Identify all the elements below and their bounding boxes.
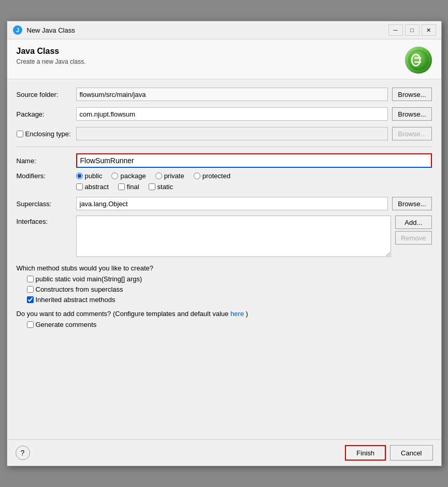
generate-comments-checkbox[interactable] [27,321,34,328]
enclosing-type-row: Enclosing type: Browse... [17,127,432,140]
modifier-protected-label: protected [203,172,230,180]
minimize-button[interactable]: ─ [388,24,403,36]
modifiers-label: Modifiers: [17,172,76,180]
superclass-input[interactable] [76,197,388,210]
maximize-button[interactable]: □ [405,24,420,36]
dialog-icon: J [12,25,23,35]
name-label: Name: [17,157,76,165]
modifier-final-checkbox[interactable] [118,183,125,190]
modifier-package-label: package [120,172,146,180]
superclass-row: Superclass: Browse... [17,197,432,210]
stub-inherited-option[interactable]: Inherited abstract methods [27,296,432,304]
enclosing-type-checkbox[interactable] [17,131,23,137]
modifier-final-label: final [127,183,139,191]
modifiers-row-2: abstract final static [76,183,432,191]
enclosing-type-input[interactable] [76,127,388,140]
stub-constructors-checkbox[interactable] [27,286,34,293]
dialog-title: New Java Class [27,26,384,34]
interfaces-row: Interfaces: Add... Remove [17,216,432,257]
stub-constructors-option[interactable]: Constructors from superclass [27,285,432,293]
header-section: Java Class Create a new Java class. [7,39,441,79]
finish-button[interactable]: Finish [345,445,386,461]
dialog-footer: ? Finish Cancel [7,439,441,466]
window-controls: ─ □ ✕ [388,24,436,36]
modifier-static-checkbox[interactable] [149,183,155,190]
svg-text:J: J [16,27,19,33]
generate-comments-label: Generate comments [36,321,97,328]
modifier-package-radio[interactable] [111,173,118,179]
title-bar: J New Java Class ─ □ ✕ [7,21,441,39]
name-input[interactable] [76,153,432,168]
modifier-public-radio[interactable] [76,173,83,179]
separator-1 [17,147,432,147]
modifiers-row: Modifiers: public package private protec… [17,172,432,180]
source-folder-browse-button[interactable]: Browse... [392,88,431,101]
modifier-protected-radio[interactable] [194,173,200,179]
modifier-static-option[interactable]: static [149,183,173,191]
comments-question: Do you want to add comments? (Configure … [17,310,432,318]
superclass-label: Superclass: [17,200,76,208]
interfaces-buttons: Add... Remove [395,216,431,245]
modifier-abstract-checkbox[interactable] [76,183,83,190]
package-row: Package: Browse... [17,107,432,121]
help-button[interactable]: ? [16,446,30,460]
modifier-static-label: static [157,183,173,191]
enclosing-type-browse-button: Browse... [392,127,431,140]
stubs-question: Which method stubs would you like to cre… [17,264,432,272]
modifier-protected-option[interactable]: protected [194,172,230,180]
modifier-abstract-label: abstract [85,183,109,191]
eclipse-logo [405,47,432,74]
close-button[interactable]: ✕ [422,24,436,36]
header-subtitle: Create a new Java class. [17,58,86,65]
name-input-wrapper [76,153,432,168]
comments-link[interactable]: here [230,310,244,318]
enclosing-type-label: Enclosing type: [17,130,76,138]
modifier-abstract-option[interactable]: abstract [76,183,109,191]
package-label: Package: [17,110,76,118]
stubs-options: public static void main(String[] args) C… [27,275,432,304]
source-folder-row: Source folder: Browse... [17,88,432,101]
superclass-browse-button[interactable]: Browse... [392,197,431,210]
remove-interface-button[interactable]: Remove [395,231,431,245]
stubs-section: Which method stubs would you like to cre… [17,264,432,304]
source-folder-input[interactable] [76,88,388,101]
modifier-final-option[interactable]: final [118,183,139,191]
stub-main-option[interactable]: public static void main(String[] args) [27,275,432,283]
modifier-private-option[interactable]: private [155,172,184,180]
source-folder-label: Source folder: [17,91,76,98]
add-interface-button[interactable]: Add... [395,216,431,229]
stub-constructors-label: Constructors from superclass [36,285,123,293]
package-input[interactable] [76,107,388,121]
form-body: Source folder: Browse... Package: Browse… [7,79,441,439]
header-title: Java Class [17,47,86,56]
footer-buttons: Finish Cancel [345,445,432,461]
header-text: Java Class Create a new Java class. [17,47,86,65]
comments-options: Generate comments [27,321,432,328]
stub-inherited-label: Inherited abstract methods [36,296,115,304]
modifier-public-label: public [85,172,103,180]
modifier-package-option[interactable]: package [111,172,146,180]
modifier-private-radio[interactable] [155,173,162,179]
package-browse-button[interactable]: Browse... [392,107,431,121]
name-row: Name: [17,153,432,168]
stub-main-checkbox[interactable] [27,276,34,282]
modifier-private-label: private [164,172,184,180]
new-java-class-dialog: J New Java Class ─ □ ✕ Java Class Create… [7,21,442,466]
comments-section: Do you want to add comments? (Configure … [17,310,432,328]
stub-main-label: public static void main(String[] args) [36,275,142,283]
modifier-options: public package private protected [76,172,230,180]
modifier-public-option[interactable]: public [76,172,103,180]
interfaces-textarea[interactable] [76,216,392,257]
generate-comments-option[interactable]: Generate comments [27,321,432,328]
interfaces-label: Interfaces: [17,216,76,225]
cancel-button[interactable]: Cancel [390,445,432,461]
stub-inherited-checkbox[interactable] [27,296,34,303]
